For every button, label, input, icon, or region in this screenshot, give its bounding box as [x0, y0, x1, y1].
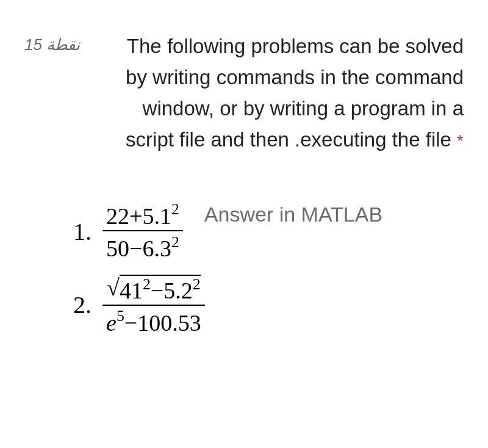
- sqrt-a: 41: [120, 278, 143, 303]
- num-exp: 2: [171, 200, 179, 218]
- sqrt-exp-b: 2: [193, 275, 201, 293]
- fraction-denominator: e5−100.53: [102, 305, 205, 336]
- den-exp: 2: [171, 233, 179, 251]
- question-text: The following problems can be solved by …: [80, 31, 464, 156]
- fraction-1: 22+5.12 50−6.32: [102, 201, 183, 262]
- required-marker: *: [457, 131, 464, 150]
- fraction-numerator: 22+5.12: [102, 201, 183, 231]
- den-rest: −100.53: [124, 309, 201, 335]
- sqrt-exp-a: 2: [143, 275, 151, 293]
- problem-1: 1. 22+5.12 50−6.32 Answer in MATLAB: [73, 201, 464, 262]
- den-exp: 5: [117, 307, 124, 325]
- question-body: The following problems can be solved by …: [126, 35, 464, 151]
- den-text: 50−6.3: [106, 236, 171, 261]
- sqrt-content: 412−5.22: [120, 275, 201, 304]
- problem-number: 1.: [73, 217, 92, 246]
- sqrt-icon: √: [107, 274, 120, 301]
- den-base: e: [106, 309, 117, 335]
- fraction-2: √412−5.22 e5−100.53: [102, 274, 205, 336]
- num-text: 22+5.1: [106, 203, 171, 228]
- fraction-denominator: 50−6.32: [102, 230, 183, 262]
- points-badge: 15 نقطة: [24, 31, 80, 54]
- problems-list: 1. 22+5.12 50−6.32 Answer in MATLAB 2. √…: [24, 201, 464, 336]
- problem-number: 2.: [73, 291, 92, 319]
- answer-annotation: Answer in MATLAB: [204, 201, 382, 226]
- sqrt-sep: −5.2: [151, 278, 193, 303]
- fraction-numerator: √412−5.22: [103, 274, 204, 305]
- problem-2: 2. √412−5.22 e5−100.53: [73, 274, 464, 336]
